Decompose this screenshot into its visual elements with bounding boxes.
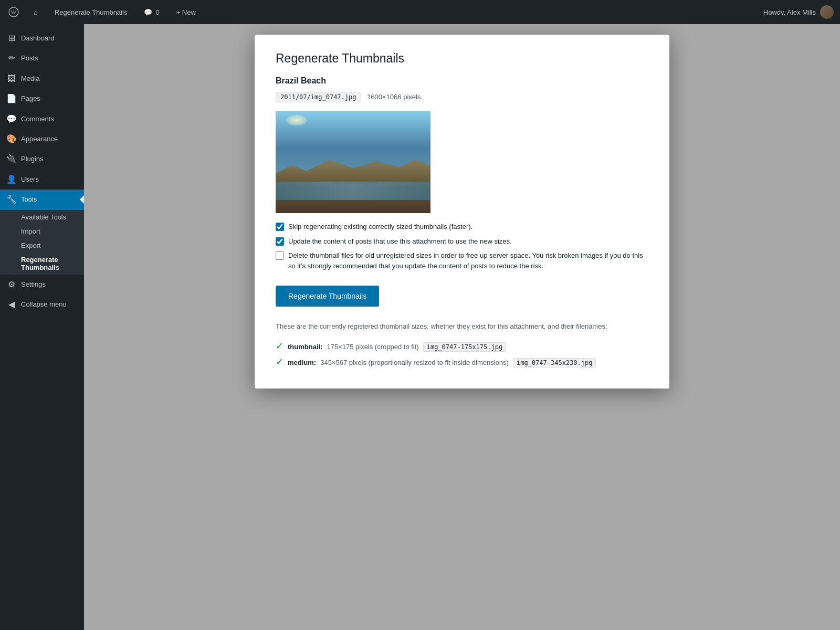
- sidebar-label-settings: Settings: [21, 280, 46, 289]
- sidebar-label-tools: Tools: [21, 195, 37, 204]
- sidebar-item-settings[interactable]: ⚙ Settings: [0, 275, 84, 295]
- sidebar-item-tools[interactable]: 🔧 Tools: [0, 190, 84, 209]
- sidebar-item-collapse[interactable]: ◀ Collapse menu: [0, 295, 84, 314]
- posts-icon: ✏: [6, 52, 17, 64]
- wp-body: ⊞ Dashboard ✏ Posts 🖼 Media 📄 Pages 💬 Co…: [0, 24, 840, 630]
- sidebar-item-media[interactable]: 🖼 Media: [0, 69, 84, 89]
- size-filename-thumbnail: img_0747-175x175.jpg: [423, 342, 507, 352]
- comments-icon: 💬: [6, 113, 17, 125]
- sidebar-label-dashboard: Dashboard: [21, 34, 55, 43]
- submenu-label-available: Available Tools: [21, 213, 66, 221]
- modal-dialog: Regenerate Thumbnails Brazil Beach 2011/…: [255, 35, 669, 388]
- checkbox-update-content: Update the content of posts that use thi…: [276, 236, 648, 247]
- new-label: + New: [176, 8, 196, 16]
- admin-bar-site[interactable]: Regenerate Thumbnails: [50, 6, 132, 18]
- active-arrow: [80, 195, 84, 204]
- sidebar-item-comments[interactable]: 💬 Comments: [0, 109, 84, 129]
- update-content-checkbox[interactable]: [276, 237, 284, 246]
- sidebar-label-plugins: Plugins: [21, 154, 44, 164]
- sidebar-label-appearance: Appearance: [21, 134, 58, 144]
- sidebar-item-pages[interactable]: 📄 Pages: [0, 89, 84, 109]
- file-path: 2011/07/img_0747.jpg: [276, 92, 361, 102]
- main-content: Regenerate Thumbnails Brazil Beach 2011/…: [84, 24, 840, 630]
- submenu-available-tools[interactable]: Available Tools: [0, 210, 84, 224]
- wp-logo[interactable]: W: [6, 5, 21, 19]
- comment-icon: 💬: [144, 8, 152, 16]
- submenu-label-regenerate: Regenerate Thumbnails: [21, 256, 59, 271]
- size-label-medium: medium:: [288, 359, 316, 366]
- modal-title: Regenerate Thumbnails: [276, 51, 648, 66]
- size-item-medium: ✓ medium: 345×567 pixels (proportionally…: [276, 356, 648, 368]
- howdy-text: Howdy, Alex Mills: [763, 8, 816, 16]
- admin-bar-comments[interactable]: 💬 0: [140, 6, 163, 18]
- tools-submenu: Available Tools Import Export Regenerate…: [0, 210, 84, 275]
- size-label-thumbnail: thumbnail:: [288, 343, 322, 351]
- sidebar-label-comments: Comments: [21, 114, 54, 124]
- sidebar-item-posts[interactable]: ✏ Posts: [0, 48, 84, 68]
- sidebar: ⊞ Dashboard ✏ Posts 🖼 Media 📄 Pages 💬 Co…: [0, 24, 84, 630]
- skip-regen-checkbox[interactable]: [276, 223, 284, 231]
- sidebar-label-users: Users: [21, 175, 39, 184]
- sun-glow: [286, 115, 307, 125]
- submenu-export[interactable]: Export: [0, 238, 84, 253]
- water-element: [276, 182, 430, 200]
- submenu-import[interactable]: Import: [0, 224, 84, 238]
- admin-bar-home[interactable]: ⌂: [29, 6, 42, 18]
- appearance-icon: 🎨: [6, 133, 17, 145]
- checkmark-medium: ✓: [276, 356, 284, 368]
- sidebar-label-media: Media: [21, 74, 39, 83]
- sidebar-item-appearance[interactable]: 🎨 Appearance: [0, 129, 84, 149]
- sidebar-label-posts: Posts: [21, 54, 38, 63]
- size-desc-thumbnail: 175×175 pixels (cropped to fit): [327, 343, 418, 351]
- image-preview: [276, 111, 430, 213]
- size-desc-medium: 345×567 pixels (proportionally resized t…: [320, 359, 509, 366]
- svg-text:W: W: [11, 9, 17, 15]
- size-filename-medium: img_0747-345x230.jpg: [513, 358, 596, 368]
- submenu-regenerate[interactable]: Regenerate Thumbnails: [0, 253, 84, 275]
- tools-icon: 🔧: [6, 194, 17, 205]
- admin-bar: W ⌂ Regenerate Thumbnails 💬 0 + New Howd…: [0, 0, 840, 24]
- modal-overlay: Regenerate Thumbnails Brazil Beach 2011/…: [84, 24, 840, 630]
- size-item-thumbnail: ✓ thumbnail: 175×175 pixels (cropped to …: [276, 340, 648, 352]
- delete-old-checkbox[interactable]: [276, 251, 284, 260]
- image-dimensions: 1600×1066 pixels: [367, 93, 421, 101]
- delete-old-label[interactable]: Delete thumbnail files for old unregiste…: [288, 250, 648, 271]
- comment-count: 0: [155, 8, 159, 16]
- media-icon: 🖼: [6, 73, 17, 85]
- admin-bar-site-name: Regenerate Thumbnails: [55, 8, 128, 16]
- sidebar-item-plugins[interactable]: 🔌 Plugins: [0, 149, 84, 169]
- submenu-label-import: Import: [21, 227, 40, 235]
- registered-sizes-text: These are the currently registered thumb…: [276, 321, 648, 332]
- user-avatar[interactable]: [820, 5, 834, 19]
- sidebar-item-users[interactable]: 👤 Users: [0, 170, 84, 190]
- collapse-icon: ◀: [6, 299, 17, 310]
- wp-admin: W ⌂ Regenerate Thumbnails 💬 0 + New Howd…: [0, 0, 840, 630]
- dashboard-icon: ⊞: [6, 33, 17, 44]
- settings-icon: ⚙: [6, 279, 17, 290]
- submenu-label-export: Export: [21, 242, 41, 249]
- update-content-label[interactable]: Update the content of posts that use thi…: [288, 236, 512, 247]
- checkbox-skip-regen: Skip regenerating existing correctly siz…: [276, 222, 648, 232]
- sidebar-label-pages: Pages: [21, 94, 40, 103]
- plugins-icon: 🔌: [6, 153, 17, 165]
- sidebar-label-collapse: Collapse menu: [21, 300, 67, 309]
- home-icon: ⌂: [34, 8, 38, 16]
- admin-bar-new[interactable]: + New: [172, 6, 200, 18]
- file-info: 2011/07/img_0747.jpg 1600×1066 pixels: [276, 92, 648, 102]
- skip-regen-label[interactable]: Skip regenerating existing correctly siz…: [288, 222, 472, 232]
- pages-icon: 📄: [6, 93, 17, 104]
- sidebar-item-dashboard[interactable]: ⊞ Dashboard: [0, 28, 84, 48]
- modal-image-name: Brazil Beach: [276, 76, 648, 86]
- users-icon: 👤: [6, 174, 17, 185]
- checkmark-thumbnail: ✓: [276, 340, 284, 352]
- admin-bar-right: Howdy, Alex Mills: [763, 5, 834, 19]
- checkbox-delete-old: Delete thumbnail files for old unregiste…: [276, 250, 648, 271]
- regenerate-button[interactable]: Regenerate Thumbnails: [276, 286, 379, 307]
